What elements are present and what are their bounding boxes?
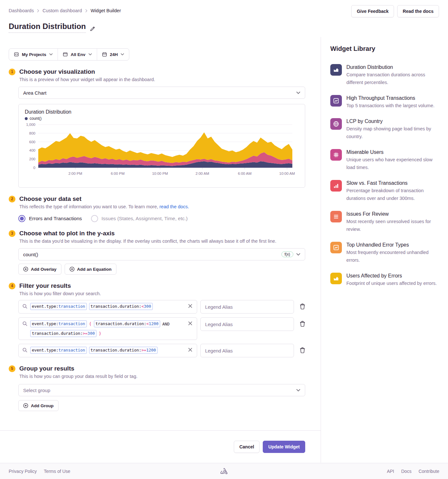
- widget-library-item[interactable]: Miserable Users Unique users who have ex…: [330, 149, 440, 171]
- widget-library-item[interactable]: Slow vs. Fast Transactions Percentage br…: [330, 180, 440, 202]
- content-sidebar-divider: [321, 37, 321, 463]
- radio-label: Issues (States, Assignment, Time, etc.): [102, 216, 188, 221]
- widget-library-item[interactable]: Users Affected by Errors Footprint of un…: [330, 273, 440, 287]
- widget-library-item[interactable]: LCP by Country Density map showing page …: [330, 118, 440, 140]
- chart-legend: count(): [25, 116, 299, 121]
- search-token[interactable]: transaction.duration:>=1200: [89, 347, 158, 354]
- clear-search-icon[interactable]: [187, 303, 193, 309]
- paren-token: ): [99, 331, 101, 336]
- add-group-button[interactable]: Add Group: [18, 400, 59, 411]
- widget-library-item[interactable]: Top Unhandled Error Types Most frequentl…: [330, 242, 440, 264]
- widget-library-item-description: Most recently seen unresolved issues for…: [346, 218, 440, 233]
- chevron-right-icon: [37, 9, 39, 13]
- widget-library-item[interactable]: High Throughput Transactions Top 5 trans…: [330, 95, 440, 109]
- search-token[interactable]: transaction.duration:>=300: [30, 330, 96, 337]
- section-title: Group your results: [19, 365, 74, 372]
- widget-library-item-title: Issues For Review: [346, 211, 440, 217]
- footer-link[interactable]: Docs: [401, 469, 412, 474]
- search-token[interactable]: event.type:transaction: [30, 347, 87, 354]
- search-conditions-input[interactable]: event.type:transactiontransaction.durati…: [18, 300, 197, 314]
- sentry-logo-icon[interactable]: [220, 467, 228, 475]
- svg-text:600: 600: [29, 140, 35, 144]
- legend-alias-input[interactable]: [200, 317, 294, 331]
- widget-library-item-description: Density map showing page load times by c…: [346, 125, 440, 140]
- breadcrumb-item: Widget Builder: [91, 8, 121, 13]
- update-widget-button[interactable]: Update Widget: [263, 441, 305, 453]
- footer-link[interactable]: Privacy Policy: [9, 469, 37, 474]
- svg-text:200: 200: [29, 157, 35, 161]
- edit-title-pencil-icon[interactable]: [90, 25, 95, 33]
- add-overlay-button[interactable]: Add Overlay: [18, 264, 61, 275]
- section-grouping: 5 Group your results This is how you can…: [9, 365, 305, 411]
- widget-library-item-description: Percentage breakdown of transaction dura…: [346, 187, 440, 202]
- read-docs-button[interactable]: Read the docs: [397, 5, 439, 17]
- widget-preview-panel: Duration Distribution count() 0200400600…: [18, 104, 305, 188]
- svg-text:400: 400: [29, 148, 35, 152]
- delete-filter-button[interactable]: [300, 347, 305, 353]
- trash-icon: [300, 321, 305, 327]
- widget-library-item-title: Slow vs. Fast Transactions: [346, 180, 440, 186]
- widget-library-item-title: Miserable Users: [346, 149, 440, 155]
- list-icon: [330, 211, 342, 222]
- delete-filter-button[interactable]: [300, 303, 305, 309]
- legend-alias-input[interactable]: [200, 300, 294, 314]
- search-conditions-input[interactable]: event.type:transaction(transaction.durat…: [18, 317, 197, 340]
- section-subtitle: This is the data you'd be visualizing in…: [19, 239, 305, 244]
- footer-link[interactable]: Contribute: [418, 469, 439, 474]
- environment-icon: [63, 52, 68, 57]
- section-filters: 4 Filter your results This is how you fi…: [9, 282, 305, 357]
- section-title: Choose your data set: [19, 195, 81, 202]
- svg-text:800: 800: [29, 131, 35, 135]
- svg-text:10:00 PM: 10:00 PM: [152, 172, 168, 175]
- widget-library-item[interactable]: Issues For Review Most recently seen unr…: [330, 211, 440, 233]
- line-chart-icon: [330, 95, 342, 107]
- chevron-right-icon: [85, 9, 87, 13]
- breadcrumb-item[interactable]: Dashboards: [9, 8, 34, 13]
- footer-right-links: APIDocsContribute: [387, 469, 439, 474]
- svg-text:10:00 AM: 10:00 AM: [279, 172, 295, 175]
- yaxis-function-select[interactable]: count() f(x): [18, 248, 305, 260]
- section-title: Choose your visualization: [19, 68, 95, 75]
- add-equation-button[interactable]: Add an Equation: [65, 264, 116, 275]
- plus-circle-icon: [23, 267, 28, 272]
- footer-left-links: Privacy PolicyTerms of Use: [9, 469, 70, 474]
- dataset-option-errors-transactions[interactable]: Errors and Transactions: [18, 215, 82, 222]
- subtitle-text: This reflects the type of information yo…: [19, 204, 160, 209]
- visualization-select[interactable]: Area Chart: [18, 87, 305, 99]
- area-chart-icon: [330, 273, 342, 284]
- widget-library-item[interactable]: Duration Distribution Compare transactio…: [330, 64, 440, 86]
- legend-alias-input[interactable]: [200, 344, 294, 357]
- read-docs-link[interactable]: read the docs: [160, 204, 188, 209]
- plus-circle-icon: [23, 403, 28, 408]
- project-filter[interactable]: My Projects: [9, 49, 58, 60]
- step-number-badge: 5: [9, 365, 15, 372]
- radio-unselected: [91, 215, 98, 222]
- legend-label: count(): [30, 116, 41, 121]
- search-conditions-input[interactable]: event.type:transactiontransaction.durati…: [18, 344, 197, 357]
- search-token[interactable]: transaction.duration:<300: [89, 303, 153, 310]
- search-token[interactable]: transaction.duration:<1200: [94, 320, 160, 327]
- clear-search-icon[interactable]: [187, 347, 193, 352]
- footer-link[interactable]: API: [387, 469, 394, 474]
- group-select[interactable]: Select group: [18, 384, 305, 396]
- add-equation-label: Add an Equation: [77, 267, 112, 272]
- search-token[interactable]: event.type:transaction: [30, 320, 87, 327]
- widget-builder-main: My Projects All Env 24H 1 Choose your vi…: [9, 48, 305, 411]
- legend-dot: [25, 117, 28, 120]
- environment-filter[interactable]: All Env: [58, 49, 97, 60]
- clear-search-icon[interactable]: [187, 321, 193, 326]
- boolean-operator: AND: [162, 322, 170, 326]
- give-feedback-button[interactable]: Give Feedback: [351, 5, 394, 17]
- search-token[interactable]: event.type:transaction: [30, 303, 87, 310]
- widget-library-item-description: Footprint of unique users affected by er…: [346, 279, 437, 287]
- dataset-option-issues[interactable]: Issues (States, Assignment, Time, etc.): [91, 215, 188, 222]
- breadcrumb-item[interactable]: Custom dashboard: [42, 8, 82, 13]
- delete-filter-button[interactable]: [300, 321, 305, 327]
- footer-link[interactable]: Terms of Use: [44, 469, 70, 474]
- cancel-button[interactable]: Cancel: [234, 441, 260, 453]
- chevron-down-icon: [296, 253, 300, 256]
- svg-text:6:00 AM: 6:00 AM: [238, 172, 251, 175]
- section-subtitle: This is how you can group your data resu…: [19, 374, 305, 379]
- filter-row: event.type:transactiontransaction.durati…: [18, 344, 305, 357]
- time-range-filter[interactable]: 24H: [97, 49, 129, 60]
